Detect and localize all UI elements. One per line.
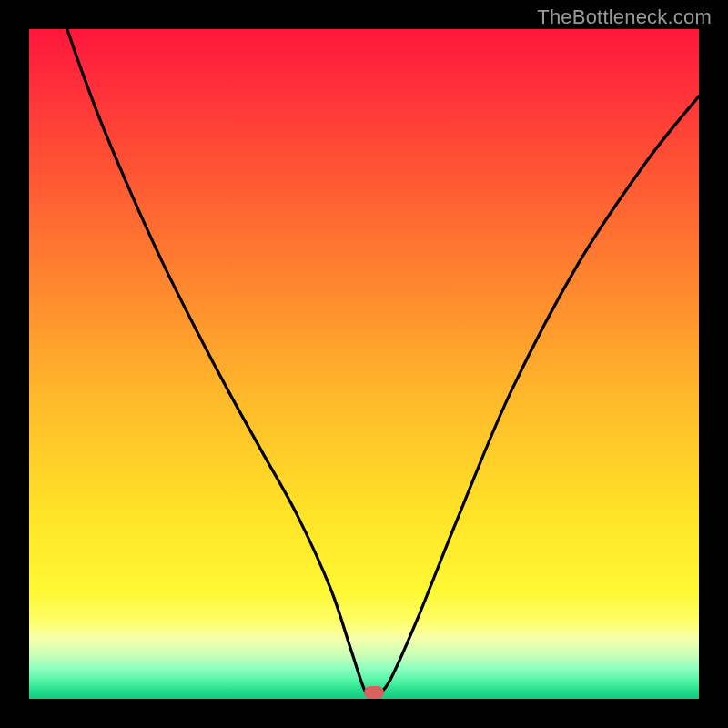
bottleneck-curve xyxy=(29,29,699,697)
plot-area xyxy=(29,29,699,699)
watermark-text: TheBottleneck.com xyxy=(537,5,712,29)
chart-frame: TheBottleneck.com xyxy=(0,0,728,728)
curve-layer xyxy=(29,29,699,699)
optimal-point-marker xyxy=(364,686,384,699)
